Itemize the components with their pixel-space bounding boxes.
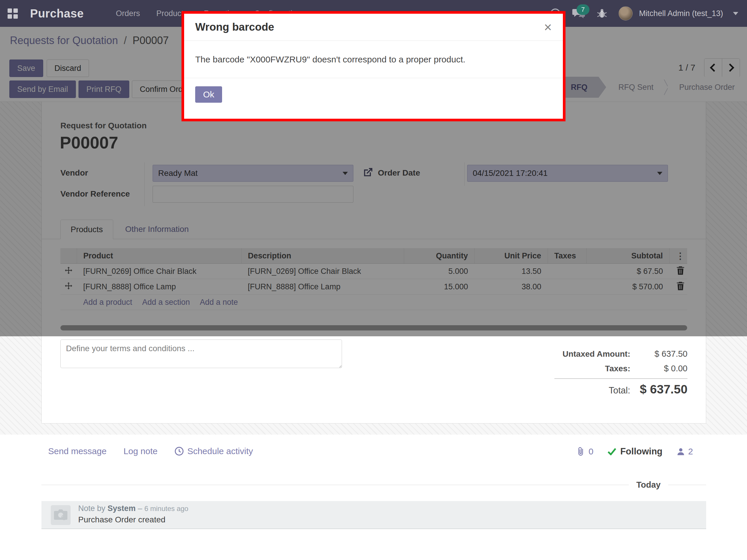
col-unit-price[interactable]: Unit Price	[474, 248, 548, 264]
form-separator-line	[145, 162, 145, 206]
attachments-button[interactable]: 0	[576, 447, 594, 456]
chatter-right: 0 Following 2	[576, 446, 693, 457]
delete-row-icon[interactable]	[669, 279, 687, 295]
schedule-activity-label: Schedule activity	[187, 446, 253, 456]
horizontal-scrollbar[interactable]	[60, 325, 687, 330]
cell-quantity[interactable]: 15.000	[404, 279, 474, 295]
chatter: Send message Log note Schedule activity …	[0, 434, 747, 560]
order-date-field[interactable]: 04/15/2021 17:20:41	[467, 165, 668, 182]
stage-rfq-sent[interactable]: RFQ Sent	[606, 77, 666, 98]
order-date-value: 04/15/2021 17:20:41	[473, 168, 548, 178]
save-discard-row: Save Discard	[9, 59, 89, 77]
modal-title: Wrong barcode	[195, 21, 274, 33]
cell-unit-price[interactable]: 38.00	[474, 279, 548, 295]
user-name[interactable]: Mitchell Admin (test_13)	[639, 9, 723, 18]
tab-other-information[interactable]: Other Information	[115, 220, 199, 239]
taxes-value: $ 0.00	[630, 364, 688, 373]
cell-description[interactable]: [FURN_8888] Office Lamp	[241, 279, 404, 295]
messages-count-badge: 7	[576, 4, 589, 15]
print-rfq-button[interactable]: Print RFQ	[78, 80, 129, 98]
terms-and-conditions-input[interactable]	[60, 340, 342, 368]
note-timestamp: 6 minutes ago	[145, 505, 188, 512]
breadcrumb-separator: /	[124, 34, 127, 46]
send-by-email-button[interactable]: Send by Email	[9, 80, 76, 98]
followers-count: 2	[688, 447, 693, 456]
cell-product[interactable]: [FURN_0269] Office Chair Black	[77, 264, 241, 279]
log-note-link[interactable]: Log note	[123, 446, 158, 456]
action-buttons-row: Send by Email Print RFQ Confirm Order	[9, 80, 198, 98]
cell-taxes[interactable]	[548, 264, 586, 279]
modal-footer: Ok	[184, 78, 563, 111]
followers-button[interactable]: 2	[676, 447, 693, 456]
dropdown-caret-icon	[342, 172, 348, 175]
breadcrumb-current: P00007	[132, 34, 169, 46]
save-button[interactable]: Save	[9, 59, 43, 77]
breadcrumb-parent-link[interactable]: Requests for Quotation	[10, 34, 118, 46]
external-link-icon[interactable]	[362, 166, 374, 178]
pager: 1 / 7	[678, 58, 740, 77]
untaxed-amount-value: $ 637.50	[630, 349, 688, 359]
optional-columns-icon[interactable]: ⋮	[669, 248, 687, 264]
send-message-link[interactable]: Send message	[48, 446, 106, 456]
chevron-right-icon	[726, 63, 734, 72]
stage-purchase-order[interactable]: Purchase Order	[667, 77, 747, 98]
apps-grid-icon[interactable]	[7, 8, 18, 19]
menu-orders[interactable]: Orders	[116, 9, 140, 18]
ok-button[interactable]: Ok	[195, 86, 222, 103]
cell-taxes[interactable]	[548, 279, 586, 295]
cell-quantity[interactable]: 5.000	[404, 264, 474, 279]
total-row: Total: $ 637.50	[425, 382, 688, 396]
cell-subtotal: $ 570.00	[586, 279, 669, 295]
cell-unit-price[interactable]: 13.50	[474, 264, 548, 279]
app-brand[interactable]: Purchase	[30, 7, 84, 20]
check-icon	[608, 448, 616, 455]
delete-row-icon[interactable]	[669, 264, 687, 279]
cell-product[interactable]: [FURN_8888] Office Lamp	[77, 279, 241, 295]
stage-separator	[666, 77, 667, 98]
vendor-label: Vendor	[60, 168, 88, 178]
note-body: Purchase Order created	[78, 515, 165, 525]
debug-bug-icon[interactable]	[595, 7, 609, 20]
close-icon[interactable]: ×	[544, 20, 552, 34]
chatter-actions: Send message Log note Schedule activity	[48, 446, 253, 456]
today-divider: Today	[42, 480, 706, 490]
table-row[interactable]: [FURN_8888] Office Lamp [FURN_8888] Offi…	[60, 279, 687, 295]
col-taxes[interactable]: Taxes	[548, 248, 586, 264]
user-avatar[interactable]	[619, 6, 633, 20]
add-a-note-link[interactable]: Add a note	[200, 298, 238, 307]
vendor-reference-input[interactable]	[153, 186, 353, 203]
totals-separator	[555, 378, 688, 379]
col-product[interactable]: Product	[77, 248, 241, 264]
add-a-product-link[interactable]: Add a product	[83, 298, 132, 307]
schedule-activity-link[interactable]: Schedule activity	[175, 446, 253, 456]
order-date-label: Order Date	[378, 168, 420, 178]
add-a-section-link[interactable]: Add a section	[142, 298, 190, 307]
pager-next-button[interactable]	[722, 59, 740, 77]
drag-handle-icon[interactable]	[60, 279, 77, 295]
paperclip-icon	[576, 447, 585, 456]
table-row[interactable]: [FURN_0269] Office Chair Black [FURN_026…	[60, 264, 687, 279]
vendor-field[interactable]: Ready Mat	[153, 165, 353, 182]
untaxed-amount-row: Untaxed Amount: $ 637.50	[425, 349, 688, 359]
tab-products[interactable]: Products	[60, 220, 113, 239]
messages-icon[interactable]: 7	[572, 7, 585, 20]
following-button[interactable]: Following	[608, 446, 663, 457]
user-menu-caret-icon[interactable]	[733, 12, 738, 15]
main-content: Request for Quotation P00007 Vendor Read…	[0, 102, 747, 434]
col-quantity[interactable]: Quantity	[404, 248, 474, 264]
col-subtotal[interactable]: Subtotal	[586, 248, 669, 264]
drag-handle-icon[interactable]	[60, 264, 77, 279]
note-author[interactable]: System	[108, 504, 136, 513]
pager-previous-button[interactable]	[704, 59, 722, 77]
odoo-purchase-screen: Purchase Orders Products Reporting Confi…	[0, 0, 747, 560]
col-description[interactable]: Description	[241, 248, 404, 264]
untaxed-amount-label: Untaxed Amount:	[563, 349, 630, 359]
document-name: P00007	[60, 133, 118, 152]
cell-description[interactable]: [FURN_0269] Office Chair Black	[241, 264, 404, 279]
tab-strip-border	[42, 239, 706, 239]
add-links-row: Add a product Add a section Add a note	[60, 295, 687, 310]
discard-button[interactable]: Discard	[47, 59, 89, 77]
vendor-reference-label: Vendor Reference	[60, 189, 130, 198]
stage-rfq[interactable]: RFQ	[559, 77, 606, 98]
total-label: Total:	[609, 385, 630, 396]
